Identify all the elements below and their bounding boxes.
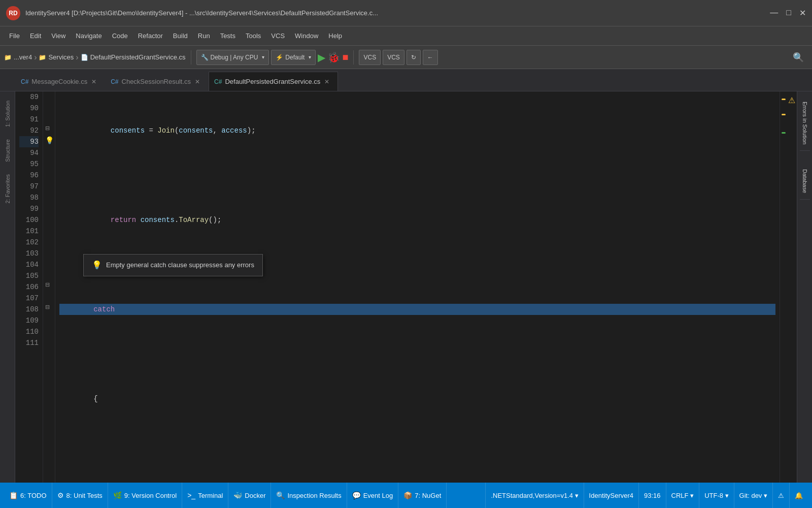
- unit-tests-icon: ⚙: [57, 491, 64, 499]
- run-config-button[interactable]: ⚡ Default: [271, 50, 316, 65]
- minimize-button[interactable]: —: [770, 8, 778, 18]
- statusbar-nuget-label: 7: NuGet: [415, 492, 441, 499]
- breadcrumb-root-label: ...ver4: [14, 53, 32, 61]
- statusbar-encoding[interactable]: UTF-8 ▾: [699, 483, 733, 508]
- statusbar-inspection[interactable]: 🔍 Inspection Results: [271, 483, 347, 508]
- tab-close-1[interactable]: ✕: [90, 77, 97, 86]
- fold-icon-3[interactable]: ⊟: [45, 304, 50, 310]
- statusbar-framework[interactable]: .NETStandard,Version=v1.4 ▾: [485, 483, 583, 508]
- menubar: File Edit View Navigate Code Refactor Bu…: [0, 26, 812, 46]
- todo-icon: 📋: [9, 491, 18, 499]
- sidebar-item-favorites[interactable]: 2: Favorites: [3, 169, 13, 208]
- menu-file[interactable]: File: [4, 30, 25, 42]
- stop-button[interactable]: ■: [342, 51, 348, 63]
- line-ending-label: CRLF ▾: [671, 492, 694, 499]
- terminal-icon: >_: [187, 491, 195, 499]
- tab-defaultpersisted[interactable]: C# DefaultPersistedGrantService.cs ✕: [209, 72, 338, 91]
- tab-icon-1: C#: [21, 78, 28, 85]
- code-area: 89 90 91 92 93 94 95 96 97 98 99 100 101…: [15, 91, 797, 483]
- debug-config-label: Debug | Any CPU: [211, 54, 258, 61]
- menu-run[interactable]: Run: [193, 30, 215, 42]
- tooltip-catch-warning: 💡 Empty general catch clause suppresses …: [83, 254, 263, 276]
- breadcrumb: 📁 ...ver4 › 📁 Services › 📄 DefaultPersis…: [4, 53, 186, 62]
- scrollbar-track[interactable]: [780, 91, 787, 483]
- panel-errors-in-solution[interactable]: Errors in Solution: [800, 96, 810, 151]
- debug-button[interactable]: 🐞: [327, 51, 340, 64]
- statusbar-terminal[interactable]: >_ Terminal: [182, 483, 228, 508]
- close-button[interactable]: ✕: [799, 8, 806, 18]
- menu-vcs[interactable]: VCS: [266, 30, 290, 42]
- statusbar-warnings[interactable]: ⚠: [772, 483, 789, 508]
- statusbar-git[interactable]: Git: dev ▾: [734, 483, 772, 508]
- tab-icon-2: C#: [111, 78, 118, 85]
- project-label: IdentityServer4: [589, 492, 633, 499]
- menu-code[interactable]: Code: [107, 30, 133, 42]
- scrollbar-warning-marker-2: [782, 114, 786, 115]
- sidebar-item-structure[interactable]: Structure: [3, 134, 13, 167]
- git-label: Git: dev ▾: [739, 492, 767, 499]
- statusbar-unit-tests-label: 8: Unit Tests: [66, 492, 103, 499]
- menu-view[interactable]: View: [46, 30, 71, 42]
- warning-status-icon: ⚠: [778, 492, 784, 499]
- toolbar-debug-group: 🔧 Debug | Any CPU ⚡ Default ▶ 🐞 ■: [196, 50, 349, 65]
- window-controls[interactable]: — □ ✕: [770, 8, 806, 18]
- maximize-button[interactable]: □: [786, 8, 791, 18]
- code-line-91: return consents.ToArray();: [59, 214, 775, 226]
- vcs-button-2[interactable]: VCS: [383, 50, 404, 65]
- statusbar-project[interactable]: IdentityServer4: [584, 483, 638, 508]
- tab-label-3: DefaultPersistedGrantService.cs: [225, 78, 320, 85]
- event-log-icon: 💬: [352, 491, 361, 499]
- menu-tests[interactable]: Tests: [215, 30, 241, 42]
- breadcrumb-file[interactable]: 📄 DefaultPersistedGrantService.cs: [81, 53, 186, 61]
- statusbar-todo-label: 6: TODO: [20, 492, 47, 499]
- tab-label-1: MessageCookie.cs: [31, 78, 87, 85]
- statusbar-unit-tests[interactable]: ⚙ 8: Unit Tests: [52, 483, 108, 508]
- statusbar-event-log[interactable]: 💬 Event Log: [347, 483, 399, 508]
- menu-refactor[interactable]: Refactor: [133, 30, 168, 42]
- statusbar-line-ending[interactable]: CRLF ▾: [666, 483, 699, 508]
- debug-icon: 🔧: [201, 54, 209, 61]
- tabs-bar: C# MessageCookie.cs ✕ C# CheckSessionRes…: [0, 69, 812, 91]
- tab-icon-3: C#: [214, 78, 222, 85]
- editor-gutter: 💡 ⊟ ⊟ ⊟: [43, 91, 55, 483]
- code-line-90: [59, 170, 775, 181]
- bell-icon: 🔔: [795, 492, 803, 499]
- statusbar-notifications[interactable]: 🔔: [789, 483, 808, 508]
- tab-messagecookie[interactable]: C# MessageCookie.cs ✕: [15, 72, 105, 91]
- code-editor[interactable]: 89 90 91 92 93 94 95 96 97 98 99 100 101…: [15, 91, 797, 483]
- panel-database[interactable]: Database: [800, 163, 810, 200]
- debug-config-button[interactable]: 🔧 Debug | Any CPU: [196, 50, 269, 65]
- code-content[interactable]: consents = Join(consents, access); retur…: [55, 91, 780, 483]
- window-title: IdentityServer4 [D:\Projects\Git\Demo\Id…: [25, 9, 770, 17]
- menu-build[interactable]: Build: [168, 30, 193, 42]
- menu-navigate[interactable]: Navigate: [71, 30, 107, 42]
- statusbar-docker-label: Docker: [245, 492, 265, 499]
- run-config-icon: ⚡: [276, 54, 283, 61]
- breadcrumb-root[interactable]: 📁 ...ver4: [4, 53, 32, 61]
- left-sidebar: 1: Solution Structure 2: Favorites: [0, 91, 15, 483]
- statusbar-position[interactable]: 93:16: [638, 483, 666, 508]
- tab-close-2[interactable]: ✕: [194, 77, 201, 86]
- menu-tools[interactable]: Tools: [241, 30, 266, 42]
- run-button[interactable]: ▶: [318, 51, 325, 64]
- sidebar-item-solution[interactable]: 1: Solution: [3, 96, 13, 132]
- vcs-back[interactable]: ←: [423, 50, 438, 65]
- breadcrumb-services[interactable]: 📁 Services: [39, 53, 74, 61]
- statusbar-todo[interactable]: 📋 6: TODO: [4, 483, 52, 508]
- fold-icon-1[interactable]: ⊟: [45, 125, 50, 132]
- search-button[interactable]: 🔍: [789, 50, 808, 65]
- statusbar-docker[interactable]: 🐳 Docker: [228, 483, 271, 508]
- vcs-refresh[interactable]: ↻: [407, 50, 421, 65]
- fold-icon-2[interactable]: ⊟: [45, 281, 50, 288]
- statusbar-nuget[interactable]: 📦 7: NuGet: [398, 483, 447, 508]
- menu-window[interactable]: Window: [290, 30, 323, 42]
- menu-edit[interactable]: Edit: [25, 30, 46, 42]
- tab-checksession[interactable]: C# CheckSessionResult.cs ✕: [105, 72, 209, 91]
- code-line-93: catch: [59, 304, 775, 315]
- menu-help[interactable]: Help: [323, 30, 347, 42]
- statusbar-inspection-label: Inspection Results: [287, 492, 341, 499]
- vcs-button-1[interactable]: VCS: [359, 50, 381, 65]
- toolbar-sep-2: [353, 50, 354, 65]
- statusbar-version-control[interactable]: 🌿 9: Version Control: [108, 483, 182, 508]
- tab-close-3[interactable]: ✕: [323, 77, 330, 86]
